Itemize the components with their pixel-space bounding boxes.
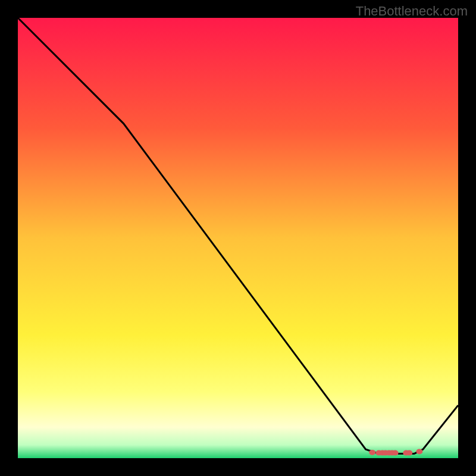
marker-point [416,449,422,454]
attribution-text: TheBottleneck.com [356,4,468,19]
marker-point [406,450,412,456]
plot-area [18,18,458,458]
chart-svg [18,18,458,458]
marker-point [392,450,399,456]
chart-container: TheBottleneck.com [0,0,476,476]
marker-point [369,450,375,455]
